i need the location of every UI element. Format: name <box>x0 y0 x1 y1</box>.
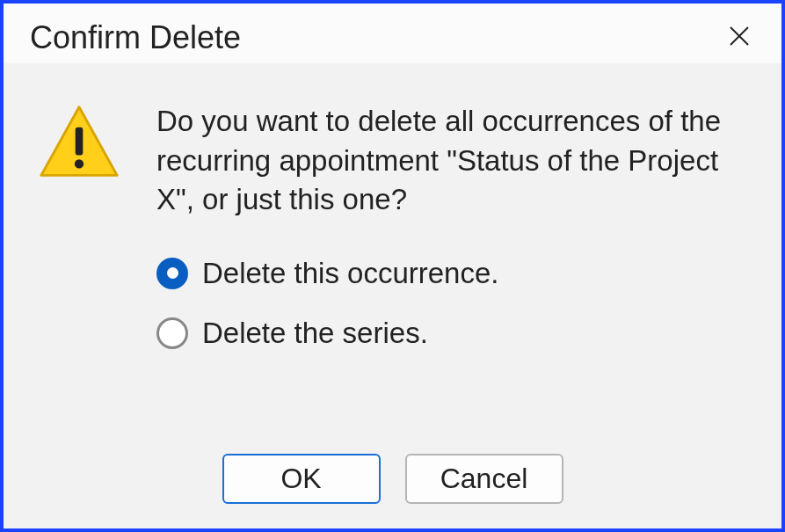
radio-icon <box>156 317 188 349</box>
radio-group: Delete this occurrence. Delete the serie… <box>156 257 746 350</box>
dialog-title: Confirm Delete <box>30 19 241 56</box>
close-button[interactable] <box>723 22 755 54</box>
content-column: Do you want to delete all occurrences of… <box>135 102 746 422</box>
radio-delete-series[interactable]: Delete the series. <box>156 317 746 350</box>
button-row: OK Cancel <box>4 422 781 528</box>
radio-label: Delete this occurrence. <box>202 257 499 290</box>
titlebar: Confirm Delete <box>4 4 781 63</box>
radio-label: Delete the series. <box>202 317 428 350</box>
warning-icon <box>39 102 135 186</box>
cancel-button[interactable]: Cancel <box>405 454 563 504</box>
svg-rect-3 <box>76 128 84 156</box>
icon-column <box>39 102 135 422</box>
svg-point-4 <box>75 159 84 168</box>
radio-delete-occurrence[interactable]: Delete this occurrence. <box>156 257 746 290</box>
close-icon <box>726 23 752 53</box>
radio-icon <box>156 258 188 289</box>
dialog-body: Do you want to delete all occurrences of… <box>4 63 781 422</box>
dialog-message: Do you want to delete all occurrences of… <box>156 102 746 220</box>
ok-button[interactable]: OK <box>222 454 381 504</box>
confirm-delete-dialog: Confirm Delete Do you want to delete all… <box>0 0 785 532</box>
